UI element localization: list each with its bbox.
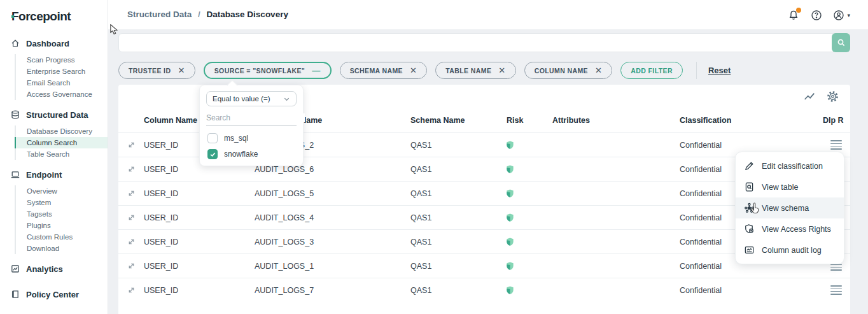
cell-risk [503,261,552,271]
sidebar-subgroup-structured-data: Database Discovery Column Search Table S… [15,125,108,160]
sidebar-section-endpoint[interactable]: Endpoint [0,166,108,183]
cell-column-name: USER_ID [144,286,255,295]
menu-item-label: View Access Rights [762,225,831,234]
search-input[interactable] [119,34,832,52]
close-icon[interactable]: ✕ [178,66,185,75]
filter-chip-table-name[interactable]: TABLE NAME ✕ [435,62,515,79]
sidebar-item-system[interactable]: System [16,197,108,208]
row-actions-menu-button[interactable] [830,138,842,151]
sidebar-item-database-discovery[interactable]: Database Discovery [16,125,108,137]
menu-item-view-table[interactable]: View table [736,176,844,197]
sidebar-section-structured-data[interactable]: Structured Data [0,106,108,123]
view-table-icon [744,182,755,192]
chip-label: SOURCE = "SNOWFLAKE" [214,67,305,75]
help-button[interactable] [810,9,823,22]
sidebar-item-email-search[interactable]: Email Search [16,77,108,89]
sidebar-section-dashboard[interactable]: Dashboard [0,35,108,52]
menu-item-label: Column audit log [762,246,822,255]
cell-table-name: AUDIT_LOGS_1 [255,262,410,271]
chip-label: SCHEMA NAME [350,67,403,75]
filter-chip-source-snowflake[interactable]: SOURCE = "SNOWFLAKE" — [204,62,332,79]
top-icons: ▾ [787,9,850,22]
menu-item-label: View schema [762,204,809,213]
reset-filters-link[interactable]: Reset [708,66,731,75]
cell-schema-name: QAS1 [410,286,503,295]
gear-icon[interactable] [827,90,839,103]
sidebar-item-column-search[interactable]: Column Search [16,137,108,148]
expand-icon [127,262,136,270]
sidebar-item-plugins[interactable]: Plugins [16,220,108,231]
header-classification[interactable]: Classification [676,116,823,125]
pencil-icon [744,161,755,171]
menu-item-edit-classification[interactable]: Edit classification [736,155,844,176]
menu-item-view-schema[interactable]: View schema [736,197,844,218]
header-risk[interactable]: Risk [503,116,552,125]
cell-classification: Confidential [676,286,823,295]
sidebar-section-policy-center[interactable]: Policy Center [0,286,108,303]
sidebar-item-tagsets[interactable]: Tagsets [16,208,108,220]
sidebar-item-access-governance[interactable]: Access Governance [16,89,108,100]
sidebar-item-table-search[interactable]: Table Search [16,148,108,160]
checkbox-unchecked[interactable] [207,133,218,143]
sidebar-item-enterprise-search[interactable]: Enterprise Search [16,66,108,77]
sidebar-section-label: Endpoint [26,170,62,180]
notification-badge [796,8,801,13]
close-icon[interactable]: ✕ [498,66,505,75]
expand-row-button[interactable] [118,141,144,149]
sidebar-section-analytics[interactable]: Analytics [0,260,108,277]
popover-search [206,110,297,125]
notification-bell-button[interactable] [787,9,800,22]
expand-row-button[interactable] [118,262,144,270]
breadcrumb-separator: / [198,10,200,19]
home-icon [10,38,20,48]
menu-item-view-access-rights[interactable]: View Access Rights [736,218,844,239]
expand-icon [127,238,136,246]
expand-icon [127,286,136,294]
popover-search-input[interactable] [206,113,305,122]
sidebar-item-custom-rules[interactable]: Custom Rules [16,231,108,243]
menu-item-column-audit-log[interactable]: Column audit log [736,239,844,260]
sidebar-item-scan-progress[interactable]: Scan Progress [16,54,108,66]
add-filter-button[interactable]: ADD FILTER [620,62,683,79]
chip-label: TRUSTEE ID [129,67,171,75]
filter-chip-schema-name[interactable]: SCHEMA NAME ✕ [340,62,428,79]
laptop-icon [10,169,20,180]
close-icon[interactable]: ✕ [410,66,417,75]
row-actions-menu-button[interactable] [830,283,842,296]
sidebar-item-overview[interactable]: Overview [16,185,108,197]
schema-icon [744,203,755,213]
header-attributes[interactable]: Attributes [552,116,676,125]
account-menu-button[interactable]: ▾ [833,10,850,21]
expand-row-button[interactable] [118,286,144,294]
checkbox-checked[interactable] [207,149,218,159]
option-ms-sql[interactable]: ms_sql [207,133,295,143]
trend-chart-icon[interactable] [804,92,815,101]
search-button[interactable] [832,33,850,52]
option-snowflake[interactable]: snowflake [207,149,295,159]
chip-label: TABLE NAME [445,67,491,75]
analytics-icon [10,264,20,274]
header-dlp[interactable]: Dlp R [823,116,850,125]
risk-shield-icon [505,189,515,198]
table-row: USER_ID AUDIT_LOGS_7 QAS1 Confidential [118,278,850,302]
expand-row-button[interactable] [118,189,144,197]
sidebar-nav: Dashboard Scan Progress Enterprise Searc… [0,35,108,303]
sidebar-item-download[interactable]: Download [16,243,108,254]
cell-column-name: USER_ID [144,238,255,246]
chip-label: ADD FILTER [631,67,673,75]
minus-icon[interactable]: — [312,66,320,75]
risk-shield-icon [505,213,515,222]
expand-row-button[interactable] [118,213,144,222]
header-schema-name[interactable]: Schema Name [410,116,503,125]
expand-row-button[interactable] [118,165,144,173]
breadcrumb-parent[interactable]: Structured Data [127,10,192,19]
cell-table-name: AUDIT_LOGS_5 [255,189,410,198]
risk-shield-icon [505,285,515,295]
audit-log-icon [744,245,755,255]
operator-select[interactable]: Equal to value (=) [206,91,297,106]
cell-schema-name: QAS1 [410,238,503,246]
filter-chip-column-name[interactable]: COLUMN NAME ✕ [524,62,613,79]
close-icon[interactable]: ✕ [595,66,602,75]
filter-chip-trustee-id[interactable]: TRUSTEE ID ✕ [118,62,195,79]
expand-row-button[interactable] [118,238,144,246]
